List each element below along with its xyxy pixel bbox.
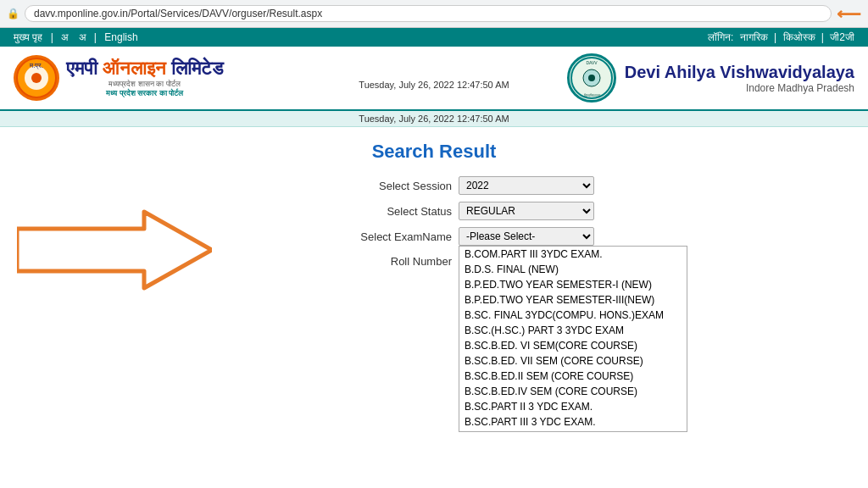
nav-font-medium[interactable]: अ (79, 31, 86, 43)
browser-bar: 🔒 davv.mponline.gov.in/Portal/Services/D… (0, 0, 868, 28)
svg-text:DAVV: DAVV (586, 60, 598, 65)
nav-kiosk-link[interactable]: किओस्क (783, 31, 815, 43)
status-select[interactable]: REGULAR ATKT EX (459, 202, 594, 220)
examname-dropdown-container: -Please Select- B.COM.PART III 3YDC EXAM… (459, 227, 594, 246)
lock-icon: 🔒 (7, 8, 19, 19)
session-select[interactable]: 2022 2021 2020 (459, 176, 594, 195)
mp-online-title: एमपी ऑनलाइन लिमिटेड (66, 58, 223, 80)
nav-g2g-link[interactable]: जी2जी (830, 31, 854, 43)
nav-english-link[interactable]: English (104, 31, 137, 43)
exam-option-2[interactable]: B.P.ED.TWO YEAR SEMESTER-I (NEW) (459, 277, 687, 292)
exam-option-1[interactable]: B.D.S. FINAL (NEW) (459, 262, 687, 277)
exam-option-12[interactable]: BACHELOR OF BUSINESS ADM. SEM-3 (459, 430, 687, 432)
exam-option-10[interactable]: B.SC.PART II 3 YDC EXAM. (459, 399, 687, 414)
date-center: Tuesday, July 26, 2022 12:47:50 AM (359, 80, 509, 90)
rollnumber-label: Roll Number (342, 255, 452, 268)
session-row: Select Session 2022 2021 2020 (342, 176, 594, 195)
examname-select[interactable]: -Please Select- (459, 227, 594, 246)
exam-option-7[interactable]: B.SC.B.ED. VII SEM (CORE COURSE) (459, 353, 687, 369)
session-label: Select Session (342, 180, 452, 192)
univ-logo-circle: DAVV विश्वविद्यालय (567, 53, 616, 103)
exam-option-5[interactable]: B.SC.(H.SC.) PART 3 3YDC EXAM (459, 323, 687, 338)
status-label: Select Status (342, 205, 452, 218)
svg-marker-9 (17, 212, 212, 288)
svg-point-6 (588, 75, 595, 81)
mp-logo-subtitle2: मध्य प्रदेश सरकार का पोर्टल (66, 89, 223, 98)
exam-option-3[interactable]: B.P.ED.TWO YEAR SEMESTER-III(NEW) (459, 292, 687, 308)
nav-font-small[interactable]: अ (61, 31, 69, 43)
examname-dropdown-open[interactable]: B.COM.PART III 3YDC EXAM.B.D.S. FINAL (N… (459, 246, 687, 432)
university-location: Indore Madhya Pradesh (625, 82, 854, 94)
site-header: म.प्र. एमपी ऑनलाइन लिमिटेड मध्यप्रदेश शा… (0, 47, 868, 111)
date-bar: Tuesday, July 26, 2022 12:47:50 AM (0, 111, 868, 127)
mp-online-logo: म.प्र. एमपी ऑनलाइन लिमिटेड मध्यप्रदेश शा… (14, 55, 223, 101)
nav-nagarik-link[interactable]: नागरिक (740, 31, 768, 43)
top-navigation: मुख्य पृह | अ अ | English लॉगिन: नागरिक … (0, 28, 868, 47)
university-name: Devi Ahilya Vishwavidyalaya (625, 63, 854, 82)
svg-point-2 (31, 73, 42, 83)
status-row: Select Status REGULAR ATKT EX (342, 202, 594, 220)
university-logo-area: DAVV विश्वविद्यालय Devi Ahilya Vishwavid… (567, 53, 854, 103)
url-arrow-indicator: ⟵ (837, 3, 861, 24)
exam-option-8[interactable]: B.SC.B.ED.II SEM (CORE COURSE) (459, 369, 687, 384)
examname-label: Select ExamName (342, 230, 452, 243)
exam-option-9[interactable]: B.SC.B.ED.IV SEM (CORE COURSE) (459, 384, 687, 399)
main-content: Search Result Select Session 2022 2021 2… (0, 127, 868, 306)
mp-logo-subtitle1: मध्यप्रदेश शासन का पोर्टल (66, 80, 223, 89)
url-bar[interactable]: davv.mponline.gov.in/Portal/Services/DAV… (25, 5, 832, 22)
exam-option-6[interactable]: B.SC.B.ED. VI SEM(CORE COURSE) (459, 338, 687, 353)
exam-option-4[interactable]: B.SC. FINAL 3YDC(COMPU. HONS.)EXAM (459, 308, 687, 323)
mp-logo-circle: म.प्र. (14, 55, 59, 101)
page-title: Search Result (14, 141, 854, 163)
exam-option-0[interactable]: B.COM.PART III 3YDC EXAM. (459, 247, 687, 262)
top-nav-left: मुख्य पृह | अ अ | English (10, 31, 142, 43)
svg-text:म.प्र.: म.प्र. (29, 62, 42, 69)
examname-row: Select ExamName -Please Select- B.COM.PA… (342, 227, 594, 246)
svg-text:विश्वविद्यालय: विश्वविद्यालय (582, 93, 600, 97)
top-nav-right: लॉगिन: नागरिक | किओस्क | जी2जी (708, 31, 858, 43)
exam-option-11[interactable]: B.SC.PART III 3 YDC EXAM. (459, 414, 687, 430)
annotation-arrow (17, 203, 212, 297)
nav-home-link[interactable]: मुख्य पृह (14, 31, 42, 43)
